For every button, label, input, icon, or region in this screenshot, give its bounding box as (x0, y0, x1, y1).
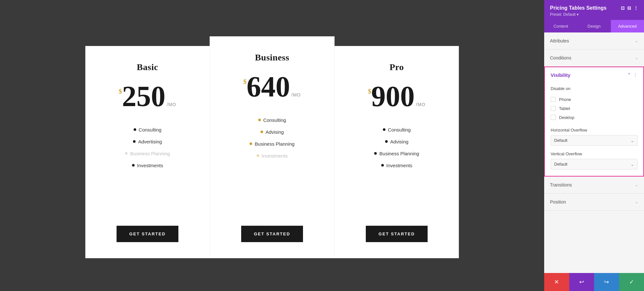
feature-item: Business Planning (223, 138, 321, 150)
accordion-transitions-title: Transitions (550, 182, 572, 187)
accordion-attributes: Attributes ⌄ (544, 32, 644, 50)
redo-button[interactable]: ↪ (594, 273, 619, 291)
accordion-position: Position ⌄ (544, 194, 644, 211)
checkbox-tablet-label: Tablet (559, 106, 570, 111)
accordion-transitions-header[interactable]: Transitions ⌄ (544, 177, 644, 193)
horizontal-overflow-select[interactable]: Default Visible Hidden Scroll Auto (551, 135, 638, 146)
checkbox-tablet: Tablet (551, 104, 638, 113)
horizontal-overflow-label: Horizontal Overflow (551, 128, 638, 132)
chevron-down-icon: ⌄ (635, 56, 638, 60)
price-block-business: $ 640 /MO (243, 72, 301, 101)
action-bar: ✕ ↩ ↪ ✓ (544, 273, 644, 291)
settings-panel: Pricing Tables Settings ⊡ ⊟ ⋮ Preset: De… (544, 0, 644, 291)
bullet-icon (385, 140, 388, 143)
redo-icon: ↪ (604, 278, 609, 286)
feature-item-dimmed: Business Planning (98, 148, 197, 159)
checkbox-phone-label: Phone (559, 97, 571, 102)
currency-business: $ (243, 78, 247, 86)
amount-basic: 250 (122, 82, 166, 111)
get-started-button-basic[interactable]: GET STARTED (117, 226, 179, 242)
checkbox-desktop-label: Desktop (559, 115, 574, 120)
chevron-up-icon[interactable]: ⌃ (627, 72, 631, 78)
currency-pro: $ (368, 88, 371, 95)
chevron-down-icon: ⌄ (635, 183, 638, 187)
panel-title-icons: ⊡ ⊟ ⋮ (621, 5, 638, 11)
price-block-basic: $ 250 /MO (119, 82, 176, 111)
feature-item: Consulting (223, 114, 321, 126)
vertical-overflow-select[interactable]: Default Visible Hidden Scroll Auto (551, 159, 638, 169)
panel-preset[interactable]: Preset: Default ▾ (550, 12, 638, 17)
save-icon: ✓ (629, 278, 634, 286)
get-started-button-business[interactable]: GET STARTED (241, 226, 303, 242)
bullet-icon (134, 128, 136, 131)
visibility-title: Visibility (551, 72, 570, 78)
cancel-button[interactable]: ✕ (544, 273, 569, 291)
bullet-icon-gold (260, 131, 263, 133)
feature-item: Consulting (347, 124, 446, 136)
checkbox-phone-input[interactable] (551, 97, 556, 102)
bullet-icon (133, 140, 136, 143)
tab-advanced[interactable]: Advanced (611, 20, 644, 32)
accordion-position-header[interactable]: Position ⌄ (544, 194, 644, 210)
canvas-area: Basic $ 250 /MO Consulting Advertising B… (0, 0, 544, 291)
checkbox-desktop-input[interactable] (551, 115, 556, 120)
cancel-icon: ✕ (554, 278, 559, 286)
pricing-container: Basic $ 250 /MO Consulting Advertising B… (85, 46, 459, 258)
feature-item: Investments (347, 159, 446, 171)
pricing-card-business: Business $ 640 /MO Consulting Advising B… (210, 36, 335, 258)
more-icon[interactable]: ⋮ (634, 5, 638, 11)
bullet-icon (383, 128, 385, 131)
currency-basic: $ (119, 88, 122, 95)
plan-name-basic: Basic (137, 62, 158, 72)
bullet-icon (381, 164, 384, 167)
plan-name-business: Business (255, 52, 289, 63)
column-icon[interactable]: ⊟ (627, 5, 631, 11)
horizontal-overflow-select-wrapper: Default Visible Hidden Scroll Auto (551, 135, 638, 146)
checkbox-desktop: Desktop (551, 113, 638, 122)
vertical-overflow-select-wrapper: Default Visible Hidden Scroll Auto (551, 159, 638, 169)
accordion-attributes-title: Attributes (550, 38, 569, 43)
feature-item: Consulting (98, 124, 197, 136)
accordion-position-title: Position (550, 199, 566, 205)
period-pro: /MO (416, 102, 425, 107)
bullet-icon (132, 164, 135, 167)
visibility-section: Visibility ⌃ ⋮ Disable on Phone Tablet (544, 67, 644, 177)
amount-business: 640 (247, 72, 290, 101)
visibility-header-icons: ⌃ ⋮ (627, 72, 638, 78)
features-basic: Consulting Advertising Business Planning… (98, 124, 197, 171)
visibility-header: Visibility ⌃ ⋮ (545, 67, 643, 83)
feature-item: Investments (98, 159, 197, 171)
panel-body: Attributes ⌄ Conditions ⌄ Visibility ⌃ ⋮… (544, 32, 644, 273)
bullet-icon-gold (250, 142, 252, 145)
period-basic: /MO (167, 102, 176, 107)
bullet-icon-gold-dim (257, 154, 259, 157)
vertical-overflow-label: Vertical Overflow (551, 151, 638, 156)
chevron-down-icon: ⌄ (635, 39, 638, 43)
pricing-card-pro: Pro $ 900 /MO Consulting Advising Busine… (335, 46, 459, 258)
save-button[interactable]: ✓ (619, 273, 644, 291)
panel-header: Pricing Tables Settings ⊡ ⊟ ⋮ Preset: De… (544, 0, 644, 20)
accordion-conditions-header[interactable]: Conditions ⌄ (544, 50, 644, 66)
checkbox-tablet-input[interactable] (551, 106, 556, 111)
accordion-conditions-title: Conditions (550, 55, 571, 60)
accordion-attributes-header[interactable]: Attributes ⌄ (544, 32, 644, 49)
amount-pro: 900 (371, 82, 415, 111)
plan-name-pro: Pro (390, 62, 404, 72)
resize-icon[interactable]: ⊡ (621, 5, 625, 11)
panel-title-row: Pricing Tables Settings ⊡ ⊟ ⋮ (550, 5, 638, 11)
tab-content[interactable]: Content (544, 20, 577, 32)
disable-on-label: Disable on (551, 86, 638, 91)
visibility-more-icon[interactable]: ⋮ (633, 72, 638, 78)
feature-item: Advising (347, 136, 446, 148)
feature-item-dimmed: Investments (223, 150, 321, 162)
visibility-body: Disable on Phone Tablet Desktop Horizont… (545, 83, 643, 176)
feature-item: Business Planning (347, 148, 446, 159)
accordion-conditions: Conditions ⌄ (544, 50, 644, 67)
undo-button[interactable]: ↩ (569, 273, 594, 291)
bullet-icon (374, 152, 377, 155)
pricing-card-basic: Basic $ 250 /MO Consulting Advertising B… (85, 46, 210, 258)
tab-design[interactable]: Design (577, 20, 611, 32)
feature-item: Advising (223, 126, 321, 138)
get-started-button-pro[interactable]: GET STARTED (366, 226, 428, 242)
accordion-transitions: Transitions ⌄ (544, 177, 644, 194)
